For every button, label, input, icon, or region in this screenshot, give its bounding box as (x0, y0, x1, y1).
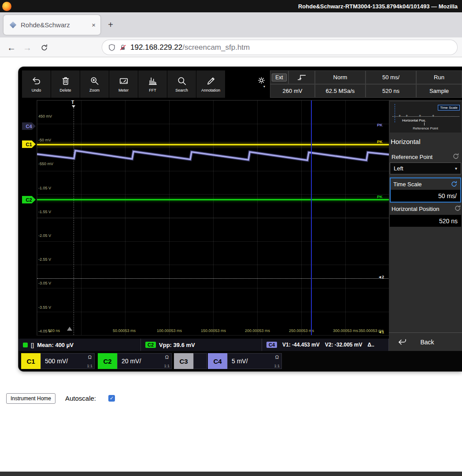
channel-bar: C1 500 mV/ Ω 1:1 C2 20 mV/ Ω 1:1 C3 C4 5… (18, 351, 462, 371)
channel-badge-c2[interactable]: C2 (22, 196, 36, 203)
instrument-home-button[interactable]: Instrument Home (6, 393, 55, 404)
channel2-trace[interactable] (37, 199, 389, 200)
reference-point-select[interactable]: Left ▾ (390, 162, 461, 174)
reference2-marker: ◄2 (378, 275, 384, 279)
url-text[interactable]: 192.168.229.22/screencam_sfp.htm (130, 43, 250, 52)
waveform-display[interactable]: 450 mV -50 mV -550 mV -1.05 V -1.55 V -2… (37, 100, 390, 336)
navigation-bar: ← → 192.168.229.22/screencam_sfp.htm (0, 37, 462, 57)
illustration-axis (392, 116, 459, 117)
channel-badge-c1[interactable]: C1 (22, 140, 36, 148)
autoscale-label: Autoscale: (65, 395, 96, 402)
back-button[interactable]: ← (4, 41, 18, 55)
scope-toolbar: Undo Delete Zoom Meter FFT Search Annota… (22, 70, 225, 98)
url-host: 192.168.229.22 (130, 43, 182, 52)
measurement-2[interactable]: C2 Vpp: 39.6 mV (141, 339, 262, 351)
illustration-reference-point-label: Reference Point (390, 126, 461, 130)
horizontal-position-cell[interactable]: 520 ns (366, 84, 416, 98)
cursor-line[interactable] (311, 100, 312, 335)
measurement-1[interactable]: [] Mean: 400 µV (18, 339, 141, 351)
horizontal-position-input[interactable]: 520 ns (390, 215, 461, 227)
acquisition-state-cell[interactable]: Run (416, 70, 462, 84)
illustration-reference-tick (424, 122, 425, 125)
window-title: Rohde&Schwarz-RTM3004-1335.8794k04/10149… (11, 3, 462, 10)
zoom-in-icon (90, 76, 100, 86)
axis-tick: + (406, 114, 408, 118)
channel3-scale-box[interactable] (193, 353, 207, 369)
channel1-button[interactable]: C1 (21, 353, 41, 369)
chevron-down-icon: ▾ (455, 166, 457, 171)
illustration-reference-line (395, 104, 395, 122)
axis-tick: + (432, 114, 434, 118)
tool-label: Zoom (89, 88, 100, 92)
statistics-icon (23, 343, 28, 347)
trigger-source-cell[interactable]: Ext (270, 70, 288, 84)
channel4-scale-box[interactable]: 5 mV/ Ω 1:1 (227, 353, 282, 369)
reload-button[interactable] (37, 41, 51, 55)
cursor-v1-text: V1: -44.453 mV (282, 342, 320, 348)
forward-button[interactable]: → (20, 41, 34, 55)
trigger-mode-cell[interactable]: Norm (315, 70, 366, 84)
settings-button[interactable]: ▾ (254, 76, 269, 93)
annotation-button[interactable]: Annotation (196, 70, 225, 98)
autoscale-checkbox[interactable]: ✓ (108, 395, 115, 402)
url-bar[interactable]: 192.168.229.22/screencam_sfp.htm (102, 40, 457, 55)
channel4-trace (37, 100, 389, 335)
acquisition-mode-value: Sample (429, 88, 449, 94)
channel2-button[interactable]: C2 (98, 353, 117, 369)
horizontal-position-label: Horizontal Position (392, 206, 439, 212)
zoom-button[interactable]: Zoom (80, 70, 109, 98)
channel2-scale: 20 mV/ (122, 358, 141, 365)
trigger-level-cell[interactable]: 260 mV (270, 84, 315, 98)
channel2-scale-box[interactable]: 20 mV/ Ω 1:1 (117, 353, 172, 369)
channel1-scale-box[interactable]: 500 mV/ Ω 1:1 (41, 353, 95, 369)
meter-button[interactable]: Meter (109, 70, 138, 98)
reload-icon (41, 44, 48, 52)
acquisition-mode-cell[interactable]: Sample (416, 84, 462, 98)
trigger-slope-cell[interactable] (288, 70, 315, 84)
tool-label: Search (175, 88, 188, 92)
tab-title: Rohde&Schwarz (21, 21, 90, 29)
channel-badge-c4[interactable]: C4 (22, 122, 36, 130)
circular-arrow-icon[interactable] (451, 181, 458, 188)
cursor-v2-text: V2: -32.005 mV (325, 342, 362, 348)
undo-button[interactable]: Undo (22, 70, 51, 98)
channel4-button[interactable]: C4 (208, 353, 227, 369)
reference-point-reset-button[interactable] (452, 153, 459, 160)
tab-close-icon[interactable]: × (90, 21, 97, 29)
time-scale-cell[interactable]: 50 ms/ (366, 70, 416, 84)
circular-arrow-icon (452, 153, 459, 160)
time-scale-input[interactable]: 50 ms/ (391, 190, 460, 202)
tab-rohde-schwarz[interactable]: Rohde&Schwarz × (4, 15, 100, 35)
back-button[interactable]: Back (389, 332, 462, 351)
undo-icon (32, 76, 41, 86)
channel3-button[interactable]: C3 (174, 353, 193, 369)
channel4-badge: C4 (266, 342, 277, 348)
search-icon (177, 76, 187, 86)
oscilloscope-screen: Undo Delete Zoom Meter FFT Search Annota… (18, 67, 462, 371)
search-button[interactable]: Search (167, 70, 196, 98)
fft-button[interactable]: FFT (138, 70, 167, 98)
channel1-trace[interactable] (37, 144, 389, 145)
new-tab-button[interactable]: + (104, 18, 117, 31)
time-scale-control[interactable]: Time Scale 50 ms/ (390, 177, 461, 203)
tab-favicon-icon (10, 22, 17, 29)
insecure-lock-icon[interactable] (119, 44, 126, 51)
tool-label: Annotation (201, 88, 220, 92)
sample-rate-cell[interactable]: 62.5 MSa/s (315, 84, 366, 98)
channel2-badge: C2 (145, 342, 156, 348)
horizontal-position-reset-button[interactable] (454, 205, 461, 212)
illustration-time-scale-label: Time Scale (438, 105, 460, 111)
axis-tick: + (399, 114, 401, 118)
tool-label: Meter (118, 88, 129, 92)
firefox-logo-icon (2, 2, 11, 11)
channel4-probe: 1:1 (274, 364, 280, 368)
shield-icon[interactable] (108, 44, 115, 51)
tool-label: Delete (59, 88, 71, 92)
window-titlebar: Rohde&Schwarz-RTM3004-1335.8794k04/10149… (0, 0, 462, 12)
channel4-coupling: Ω (275, 354, 279, 360)
measurement-1-text: Mean: 400 µV (37, 342, 74, 348)
acquisition-state-value: Run (434, 74, 444, 81)
measurement-3[interactable]: C4 V1: -44.453 mV V2: -32.005 mV Δ.. (262, 339, 389, 351)
time-scale-value: 50 ms/ (382, 74, 399, 81)
delete-button[interactable]: Delete (51, 70, 80, 98)
